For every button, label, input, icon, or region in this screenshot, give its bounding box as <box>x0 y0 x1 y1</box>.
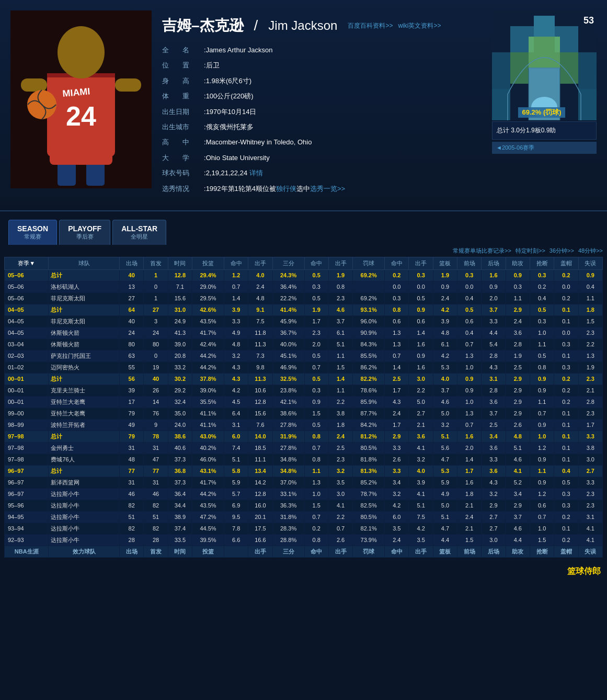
wiki-link[interactable]: wiki英文资料>> <box>398 21 441 30</box>
baidu-link[interactable]: 百度百科资料>> <box>348 21 393 30</box>
player-name-separator: / <box>254 17 258 34</box>
position-label: 位 置 <box>162 59 204 71</box>
shot-chart: 53 69.2% (罚球) 总计 3.0分1.9板0.9助 ◄2005-06赛季 <box>492 10 597 200</box>
svg-rect-6 <box>21 78 47 92</box>
col-min[interactable]: 时间 <box>168 257 192 269</box>
footer-gp: 出场 <box>120 546 144 557</box>
col-fg3a[interactable]: 出手 <box>328 257 352 269</box>
tab-season[interactable]: SEASON 常规赛 <box>8 220 57 245</box>
col-reb[interactable]: 篮板 <box>433 257 457 269</box>
footer-ftm: 命中 <box>385 546 409 557</box>
col-tov[interactable]: 失误 <box>578 257 602 269</box>
table-row: 97–98总计797838.643.0%6.014.031.9%0.82.481… <box>5 431 603 442</box>
draft-list-link[interactable]: 选秀一览>> <box>310 185 345 193</box>
footer-tov: 失误 <box>578 546 602 557</box>
col-gs[interactable]: 首发 <box>144 257 168 269</box>
col-fta[interactable]: 出手 <box>409 257 433 269</box>
footer-fgpct: 投篮 <box>192 546 224 557</box>
nav-link-moment[interactable]: 特定时刻>> <box>516 247 545 255</box>
table-row: 05–06总计40112.829.4%1.24.024.3%0.51.969.2… <box>5 269 603 281</box>
full-name-value: :James Arthur Jackson <box>204 44 482 56</box>
shot-chart-summary: 总计 3.0分1.9板0.9助 <box>492 121 597 140</box>
col-fgm[interactable]: 命中 <box>224 257 248 269</box>
footer-nba-career: NBA生涯 <box>5 546 49 557</box>
table-row: 00–01克里夫兰骑士392629.239.0%4.210.623.8%0.31… <box>5 385 603 396</box>
table-row: 96–97达拉斯小牛464636.444.2%5.712.833.1%1.03.… <box>5 488 603 500</box>
footer-fga: 出手 <box>248 546 272 557</box>
highschool-label: 高 中 <box>162 136 204 148</box>
tab-allstar[interactable]: ALL-STAR 全明星 <box>112 220 166 245</box>
footer-min: 时间 <box>168 546 192 557</box>
position-value: :后卫 <box>204 59 482 71</box>
height-value: :1.98米(6尺6寸) <box>204 75 482 87</box>
col-ftm[interactable]: 命中 <box>385 257 409 269</box>
brand-tag: 篮球侍郎 <box>0 562 607 581</box>
col-ftpct[interactable]: 罚球 <box>353 257 385 269</box>
birthplace-value: :俄亥俄州托莱多 <box>204 121 482 133</box>
table-row: 05–06菲尼克斯太阳27115.629.5%1.44.822.2%0.52.3… <box>5 292 603 304</box>
footer-ftpct: 罚球 <box>353 546 385 557</box>
footer-fg3pct: 三分 <box>272 546 304 557</box>
footer-fta: 出手 <box>409 546 433 557</box>
svg-text:53: 53 <box>583 15 594 26</box>
highschool-value: :Macomber-Whitney in Toledo, Ohio <box>204 136 482 148</box>
col-stl[interactable]: 抢断 <box>530 257 554 269</box>
draft-label: 选秀情况 <box>162 183 204 195</box>
nav-link-36min[interactable]: 36分钟>> <box>549 247 574 255</box>
nav-link-single[interactable]: 常规赛单场比赛记录>> <box>453 247 511 255</box>
birthday-label: 出生日期 <box>162 106 204 118</box>
college-value: :Ohio State University <box>204 152 482 164</box>
col-fga[interactable]: 出手 <box>248 257 272 269</box>
table-row: 95–96达拉斯小牛828234.443.5%6.916.036.3%1.54.… <box>5 500 603 511</box>
svg-text:24: 24 <box>66 101 96 131</box>
svg-rect-11 <box>50 144 112 165</box>
col-dreb[interactable]: 后场 <box>482 257 506 269</box>
svg-text:69.2%  (罚球): 69.2% (罚球) <box>522 108 561 116</box>
player-photo: 24 MIAMI <box>10 10 152 188</box>
footer-fg3a: 出手 <box>328 546 352 557</box>
footer-fg3m: 命中 <box>304 546 328 557</box>
player-name-en: Jim Jackson <box>268 18 337 33</box>
col-oreb[interactable]: 前场 <box>457 257 482 269</box>
table-row: 01–02迈阿密热火551933.244.2%4.39.846.9%0.71.5… <box>5 362 603 373</box>
player-info: 吉姆–杰克逊 / Jim Jackson 百度百科资料>> wiki英文资料>>… <box>162 10 482 200</box>
college-label: 大 学 <box>162 152 204 164</box>
col-team[interactable]: 球队 <box>49 257 120 269</box>
table-row: 96–97总计777736.843.1%5.813.434.8%1.13.281… <box>5 465 603 477</box>
season-nav[interactable]: ◄2005-06赛季 <box>492 142 597 154</box>
footer-gs: 首发 <box>144 546 168 557</box>
footer-fgm <box>224 546 248 557</box>
jersey-detail-link[interactable]: 详情 <box>249 169 263 177</box>
birthplace-label: 出生城市 <box>162 121 204 133</box>
draft-team-link[interactable]: 独行侠 <box>276 185 296 193</box>
nav-link-48min[interactable]: 48分钟>> <box>578 247 603 255</box>
col-gp[interactable]: 出场 <box>120 257 144 269</box>
footer-team-col: 效力球队 <box>49 546 120 557</box>
col-fgpct[interactable]: 投篮 <box>192 257 224 269</box>
table-row: 04–05总计642731.042.6%3.99.141.4%1.94.693.… <box>5 304 603 315</box>
stats-nav-bar: 常规赛单场比赛记录>> 特定时刻>> 36分钟>> 48分钟>> <box>4 245 603 257</box>
table-row: 93–94达拉斯小牛828237.444.5%7.817.528.3%0.20.… <box>5 523 603 534</box>
footer-stl: 抢断 <box>530 546 554 557</box>
birthday-value: :1970年10月14日 <box>204 106 482 118</box>
stats-table: 赛季▼ 球队 出场 首发 时间 投篮 命中 出手 三分 命中 出手 罚球 命中 … <box>4 257 603 558</box>
weight-value: :100公斤(220磅) <box>204 90 482 102</box>
footer-row: NBA生涯 效力球队 出场 首发 时间 投篮 出手 三分 命中 出手 罚球 命中… <box>5 546 603 557</box>
table-row: 05–06洛杉矶湖人1307.129.0%0.72.436.4%0.30.80.… <box>5 281 603 292</box>
svg-point-5 <box>58 26 105 78</box>
col-fg3m[interactable]: 命中 <box>304 257 328 269</box>
player-header: 24 MIAMI 吉姆–杰克逊 / <box>0 0 607 211</box>
jersey-label: 球衣号码 <box>162 167 204 179</box>
col-blk[interactable]: 盖帽 <box>554 257 578 269</box>
height-label: 身 高 <box>162 75 204 87</box>
table-row: 00–01亚特兰大老鹰171432.435.5%4.512.842.1%0.92… <box>5 396 603 408</box>
col-season[interactable]: 赛季▼ <box>5 257 49 269</box>
table-row: 03–04休斯顿火箭808039.042.4%4.811.340.0%2.05.… <box>5 338 603 350</box>
col-ast[interactable]: 助攻 <box>506 257 530 269</box>
full-name-label: 全 名 <box>162 44 204 56</box>
footer-oreb: 前场 <box>457 546 482 557</box>
table-row: 02–03萨克拉门托国王63020.844.2%3.27.345.1%0.51.… <box>5 350 603 362</box>
tabs-section: SEASON 常规赛 PLAYOFF 季后赛 ALL-STAR 全明星 <box>0 211 607 245</box>
tab-playoff[interactable]: PLAYOFF 季后赛 <box>59 220 110 245</box>
col-fg3pct[interactable]: 三分 <box>272 257 304 269</box>
